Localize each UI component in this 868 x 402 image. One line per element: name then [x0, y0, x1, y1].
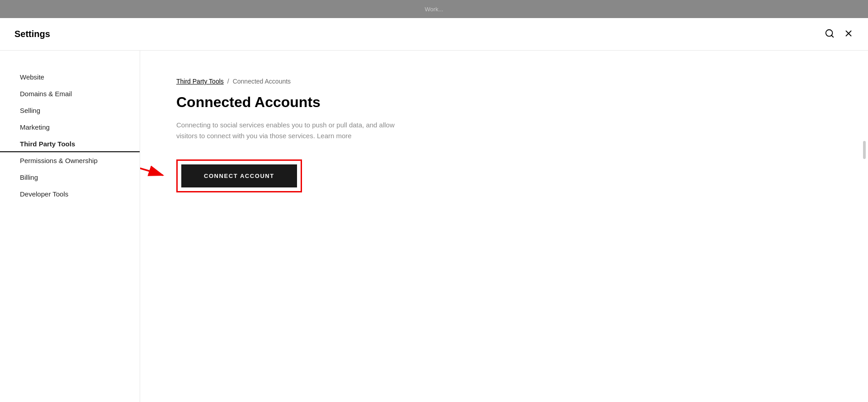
top-bar-text: Work...	[425, 6, 443, 13]
sidebar-item-developer-tools[interactable]: Developer Tools	[0, 186, 140, 202]
connect-account-button[interactable]: CONNECT ACCOUNT	[181, 164, 297, 187]
breadcrumb-link[interactable]: Third Party Tools	[176, 78, 224, 85]
settings-title: Settings	[14, 29, 50, 39]
search-button[interactable]	[825, 28, 835, 40]
sidebar-item-third-party-tools[interactable]: Third Party Tools	[0, 136, 140, 152]
main-content: Third Party Tools / Connected Accounts C…	[140, 51, 868, 402]
breadcrumb-current: Connected Accounts	[233, 78, 291, 85]
sidebar-item-permissions-ownership[interactable]: Permissions & Ownership	[0, 152, 140, 169]
svg-line-1	[831, 35, 833, 37]
arrow-annotation	[140, 155, 172, 191]
sidebar-item-selling[interactable]: Selling	[0, 102, 140, 119]
sidebar-item-website[interactable]: Website	[0, 69, 140, 85]
sidebar-item-marketing[interactable]: Marketing	[0, 119, 140, 136]
header-icons	[825, 28, 854, 40]
connect-button-wrapper: CONNECT ACCOUNT	[176, 159, 302, 192]
page-title: Connected Accounts	[176, 94, 832, 111]
content-area: Website Domains & Email Selling Marketin…	[0, 51, 868, 402]
header: Settings	[0, 18, 868, 51]
scrollbar-thumb[interactable]	[863, 141, 866, 159]
close-button[interactable]	[844, 28, 854, 40]
breadcrumb-separator: /	[227, 78, 229, 85]
sidebar-item-billing[interactable]: Billing	[0, 169, 140, 186]
scrollbar-area	[861, 51, 868, 402]
page-description: Connecting to social services enables yo…	[176, 120, 411, 141]
connect-account-highlight-box: CONNECT ACCOUNT	[176, 159, 302, 192]
settings-window: Settings Website Domains & Email Selling…	[0, 18, 868, 402]
sidebar: Website Domains & Email Selling Marketin…	[0, 51, 140, 402]
breadcrumb: Third Party Tools / Connected Accounts	[176, 78, 832, 85]
top-bar: Work...	[0, 0, 868, 18]
sidebar-item-domains-email[interactable]: Domains & Email	[0, 85, 140, 102]
